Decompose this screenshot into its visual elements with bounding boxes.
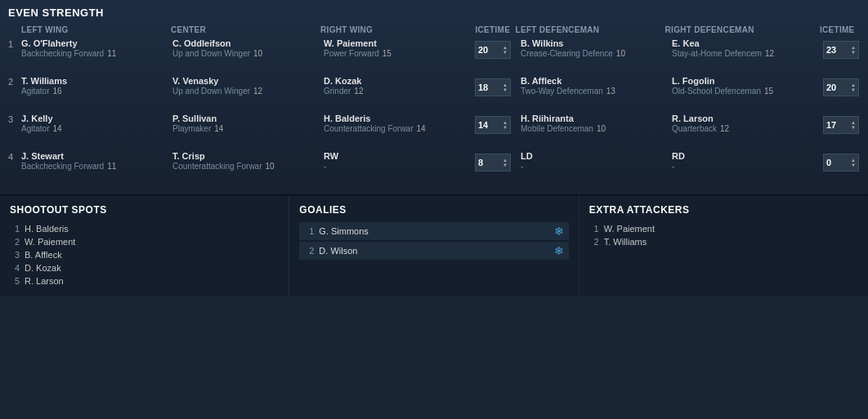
arr-down-1[interactable]: ▼: [503, 50, 508, 55]
line-row-4: 4 J. Stewart Backchecking Forward 11 T. …: [8, 149, 860, 185]
ld-role-3: Mobile Defenceman: [521, 124, 593, 133]
rw-slot-4[interactable]: RW -: [324, 149, 475, 185]
lines-rows: 1 G. O'Flaherty Backchecking Forward 11 …: [8, 36, 860, 186]
extra-attackers-list: 1 W. Paiement 2 T. Williams: [589, 222, 858, 248]
icetime-stepper-4[interactable]: 8 ▲ ▼: [475, 154, 511, 172]
icetime-header-right: ICETIME: [815, 25, 860, 34]
lw-slot-4[interactable]: J. Stewart Backchecking Forward 11: [21, 149, 172, 185]
extra-attacker-item-1[interactable]: 1 W. Paiement: [589, 222, 858, 235]
lw-slot-1[interactable]: G. O'Flaherty Backchecking Forward 11: [21, 36, 172, 72]
icetime-slot-2: 18 ▲ ▼: [475, 74, 521, 109]
arr-down-right-1[interactable]: ▼: [851, 50, 856, 55]
rw-role-4: -: [324, 162, 326, 171]
shootout-name-2: W. Paiement: [25, 237, 75, 247]
rw-role-1: Power Forward: [324, 49, 379, 58]
shootout-name-1: H. Balderis: [25, 224, 69, 234]
center-slot-4[interactable]: T. Crisp Counterattacking Forwar 10: [172, 149, 324, 185]
center-role-num-3: 14: [214, 124, 223, 133]
ld-slot-4[interactable]: LD -: [521, 149, 672, 185]
extra-attacker-item-2[interactable]: 2 T. Williams: [589, 235, 858, 248]
ld-slot-1[interactable]: B. Wilkins Crease-Clearing Defence 10: [521, 36, 672, 72]
column-headers: LEFT WING CENTER RIGHT WING ICETIME LEFT…: [8, 25, 860, 34]
rd-name-3: R. Larson: [672, 113, 823, 124]
rw-role-num-3: 14: [417, 124, 426, 133]
arr-down-4[interactable]: ▼: [503, 163, 508, 167]
lw-slot-3[interactable]: J. Kelly Agitator 14: [21, 111, 172, 147]
center-role-num-4: 10: [266, 162, 275, 171]
icetime-header-left: ICETIME: [470, 25, 515, 34]
rw-slot-3[interactable]: H. Balderis Counterattacking Forwar 14: [324, 111, 475, 147]
ld-slot-3[interactable]: H. Riihiranta Mobile Defenceman 10: [521, 111, 672, 147]
icetime-right-stepper-2[interactable]: 20 ▲ ▼: [823, 78, 859, 96]
arr-down-right-2[interactable]: ▼: [851, 87, 856, 92]
rw-slot-2[interactable]: D. Kozak Grinder 12: [324, 74, 475, 109]
ld-role-num-1: 10: [616, 49, 625, 58]
ld-name-1: B. Wilkins: [521, 38, 672, 49]
arr-down-2[interactable]: ▼: [503, 87, 508, 92]
main-container: EVEN STRENGTH LEFT WING CENTER RIGHT WIN…: [0, 0, 868, 296]
icetime-right-val-3: 17: [826, 120, 836, 130]
arr-down-right-4[interactable]: ▼: [851, 163, 856, 167]
rd-name-1: E. Kea: [672, 38, 823, 49]
ld-role-1: Crease-Clearing Defence: [521, 49, 613, 58]
ld-name-4: LD: [521, 150, 672, 162]
lw-slot-2[interactable]: T. Williams Agitator 16: [21, 74, 172, 109]
center-slot-3[interactable]: P. Sullivan Playmaker 14: [172, 111, 324, 147]
arr-down-right-3[interactable]: ▼: [851, 125, 856, 130]
center-slot-1[interactable]: C. Oddleifson Up and Down Winger 10: [172, 36, 324, 72]
shootout-title: SHOOTOUT SPOTS: [10, 204, 279, 216]
shootout-item-1[interactable]: 1 H. Balderis: [10, 222, 279, 235]
icetime-right-val-2: 20: [826, 82, 836, 92]
shootout-item-5[interactable]: 5 R. Larson: [10, 274, 279, 288]
center-role-num-2: 12: [253, 87, 262, 96]
rd-slot-4[interactable]: RD -: [672, 149, 823, 185]
even-strength-section: EVEN STRENGTH LEFT WING CENTER RIGHT WIN…: [0, 0, 868, 196]
extra-attacker-num-1: 1: [589, 224, 599, 234]
rd-role-1: Stay-at-Home Defencem: [672, 49, 762, 58]
line-num-1: 1: [8, 36, 21, 49]
line-cells-2: T. Williams Agitator 16 V. Venasky Up an…: [21, 74, 868, 109]
ld-role-num-3: 10: [597, 124, 606, 133]
extra-attacker-num-2: 2: [589, 237, 599, 247]
snowflake-icon-1[interactable]: ❄: [554, 225, 564, 238]
goalie-info-1: 1 G. Simmons: [304, 226, 369, 236]
rd-role-num-2: 15: [764, 87, 773, 96]
icetime-slot-1: 20 ▲ ▼: [475, 36, 521, 72]
rd-slot-3[interactable]: R. Larson Quarterback 12: [672, 111, 823, 147]
lw-role-num-3: 14: [52, 124, 61, 133]
shootout-item-3[interactable]: 3 B. Affleck: [10, 248, 279, 261]
icetime-val-2: 18: [478, 82, 488, 92]
icetime-right-stepper-3[interactable]: 17 ▲ ▼: [823, 116, 859, 134]
icetime-stepper-1[interactable]: 20 ▲ ▼: [475, 41, 511, 59]
rd-slot-2[interactable]: L. Fogolin Old-School Defenceman 15: [672, 74, 823, 109]
center-slot-2[interactable]: V. Venasky Up and Down Winger 12: [172, 74, 324, 109]
icetime-right-val-1: 23: [826, 45, 836, 55]
center-role-3: Playmaker: [172, 124, 211, 133]
goalie-row-2[interactable]: 2 D. Wilson ❄: [299, 242, 568, 260]
icetime-right-stepper-4[interactable]: 0 ▲ ▼: [823, 154, 859, 172]
icetime-stepper-2[interactable]: 18 ▲ ▼: [475, 78, 511, 96]
rd-slot-1[interactable]: E. Kea Stay-at-Home Defencem 12: [672, 36, 823, 72]
ld-role-num-2: 13: [606, 87, 615, 96]
icetime-right-slot-2: 20 ▲ ▼: [823, 74, 868, 109]
snowflake-icon-2[interactable]: ❄: [554, 244, 564, 257]
rw-slot-1[interactable]: W. Paiement Power Forward 15: [324, 36, 475, 72]
arr-down-3[interactable]: ▼: [503, 125, 508, 130]
line-num-2: 2: [8, 74, 21, 87]
lw-name-1: G. O'Flaherty: [21, 38, 172, 49]
shootout-num-5: 5: [10, 276, 20, 286]
line-cells-4: J. Stewart Backchecking Forward 11 T. Cr…: [21, 149, 868, 185]
goalie-num-2: 2: [304, 246, 314, 256]
icetime-right-stepper-1[interactable]: 23 ▲ ▼: [823, 41, 859, 59]
icetime-val-4: 8: [478, 158, 483, 167]
shootout-item-2[interactable]: 2 W. Paiement: [10, 235, 279, 248]
lw-header: LEFT WING: [21, 25, 171, 34]
goalie-row-1[interactable]: 1 G. Simmons ❄: [299, 222, 568, 240]
ld-role-2: Two-Way Defenceman: [521, 87, 603, 96]
icetime-slot-4: 8 ▲ ▼: [475, 149, 521, 185]
rw-name-3: H. Balderis: [324, 113, 475, 124]
shootout-item-4[interactable]: 4 D. Kozak: [10, 261, 279, 274]
rw-name-2: D. Kozak: [324, 75, 475, 87]
ld-slot-2[interactable]: B. Affleck Two-Way Defenceman 13: [521, 74, 672, 109]
icetime-stepper-3[interactable]: 14 ▲ ▼: [475, 116, 511, 134]
